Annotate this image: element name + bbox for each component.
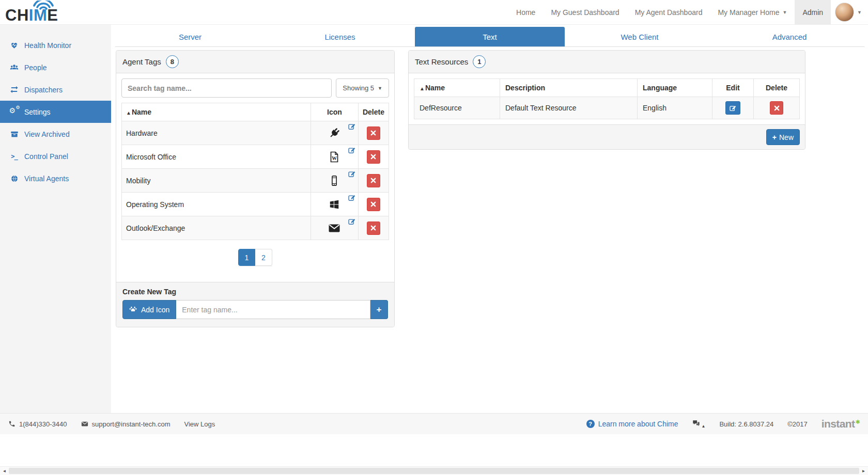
column-header-icon[interactable]: Icon <box>311 103 358 121</box>
edit-resource-button[interactable] <box>725 101 740 115</box>
tag-icon-cell: W <box>311 145 358 169</box>
column-header-delete[interactable]: Delete <box>358 103 389 121</box>
create-tag-button[interactable]: + <box>370 300 388 319</box>
delete-tag-button[interactable] <box>367 198 380 211</box>
nav-item-agent-dashboard[interactable]: My Agent Dashboard <box>627 0 710 25</box>
terminal-icon: >_ <box>9 153 20 160</box>
sort-ascending-icon: ▲ <box>126 110 131 116</box>
main-content: Server Licenses Text Web Client Advanced… <box>111 25 868 413</box>
tag-delete-cell <box>358 193 389 216</box>
resource-language: English <box>638 97 712 119</box>
footer-email[interactable]: support@instant-tech.com <box>81 420 171 428</box>
column-header-delete: Delete <box>754 79 800 97</box>
edit-tag-icon[interactable] <box>348 218 355 225</box>
mobile-icon <box>329 175 340 186</box>
agent-tags-table: ▲Name Icon Delete Hardware <box>121 103 389 240</box>
tab-licenses[interactable]: Licenses <box>265 27 415 46</box>
chevron-down-icon: ▼ <box>378 86 382 91</box>
resource-edit-cell <box>712 97 754 119</box>
tag-name: Mobility <box>122 169 311 193</box>
learn-more-link[interactable]: ? Learn more about Chime <box>586 420 678 428</box>
column-header-name[interactable]: ▲Name <box>414 79 500 97</box>
settings-tabs: Server Licenses Text Web Client Advanced <box>115 27 864 47</box>
scroll-right-arrow-icon[interactable]: ► <box>859 467 868 475</box>
edit-tag-icon[interactable] <box>348 194 355 201</box>
tab-advanced[interactable]: Advanced <box>715 27 864 46</box>
tab-server[interactable]: Server <box>115 27 265 46</box>
tag-icon-cell <box>311 121 358 145</box>
windows-icon <box>329 199 340 210</box>
table-row: Outlook/Exchange <box>122 216 389 240</box>
create-new-tag-section: Create New Tag Add Icon + <box>116 282 394 327</box>
sidebar-item-people[interactable]: People <box>0 56 111 78</box>
agent-tags-title: Agent Tags <box>122 57 161 66</box>
scrollbar-thumb[interactable] <box>9 468 859 474</box>
tag-icon-cell <box>311 169 358 193</box>
exchange-icon <box>9 85 20 94</box>
delete-tag-button[interactable] <box>367 221 380 235</box>
pagination: 1 2 <box>121 240 389 277</box>
archive-icon <box>9 130 20 138</box>
new-tag-name-input[interactable] <box>176 300 370 319</box>
nav-item-guest-dashboard[interactable]: My Guest Dashboard <box>543 0 627 25</box>
tab-text[interactable]: Text <box>415 27 565 46</box>
sidebar-item-view-archived[interactable]: View Archived <box>0 123 111 145</box>
table-row: Operating System <box>122 193 389 216</box>
tag-delete-cell <box>358 169 389 193</box>
text-resources-count-badge: 1 <box>473 55 486 68</box>
sort-ascending-icon: ▲ <box>420 86 425 91</box>
tag-delete-cell <box>358 216 389 240</box>
nav-item-manager-home[interactable]: My Manager Home ▼ <box>710 0 795 25</box>
add-icon-button[interactable]: Add Icon <box>122 300 176 319</box>
plug-icon <box>328 127 340 139</box>
delete-tag-button[interactable] <box>367 174 380 187</box>
column-header-language[interactable]: Language <box>638 79 712 97</box>
sidebar-item-settings[interactable]: ⚙⚙ Settings <box>0 101 111 123</box>
resource-delete-cell <box>754 97 800 119</box>
chime-arcs-icon <box>29 1 57 12</box>
search-tag-input[interactable] <box>121 78 332 98</box>
column-header-description[interactable]: Description <box>500 79 638 97</box>
chime-logo[interactable]: CHIME <box>5 0 58 25</box>
sidebar-item-control-panel[interactable]: >_ Control Panel <box>0 145 111 167</box>
instant-logo[interactable]: instant ✱ <box>822 418 860 430</box>
build-number: Build: 2.6.8037.24 <box>719 420 773 428</box>
tag-name: Outlook/Exchange <box>122 216 311 240</box>
resource-name: DefResource <box>414 97 500 119</box>
page-button-2[interactable]: 2 <box>255 249 272 266</box>
chevron-down-icon: ▼ <box>782 10 787 15</box>
sidebar-item-health-monitor[interactable]: Health Monitor <box>0 34 111 56</box>
delete-tag-button[interactable] <box>367 150 380 164</box>
agent-tags-panel: Agent Tags 8 Showing 5 ▼ ▲N <box>116 50 395 327</box>
showing-dropdown-button[interactable]: Showing 5 ▼ <box>336 78 389 98</box>
text-resources-table: ▲Name Description Language Edit Delete D… <box>414 78 800 119</box>
avatar <box>835 3 854 22</box>
sidebar-item-label: Settings <box>24 108 51 116</box>
page-button-1[interactable]: 1 <box>238 249 255 266</box>
nav-item-home[interactable]: Home <box>508 0 543 25</box>
sidebar-item-virtual-agents[interactable]: Virtual Agents <box>0 167 111 189</box>
text-resources-title: Text Resources <box>415 57 468 66</box>
instant-star-icon: ✱ <box>855 419 860 425</box>
delete-resource-button[interactable] <box>770 101 783 115</box>
agent-tags-count-badge: 8 <box>166 55 179 68</box>
edit-tag-icon[interactable] <box>348 170 355 178</box>
horizontal-scrollbar[interactable]: ◄ ► <box>0 466 868 475</box>
edit-tag-icon[interactable] <box>348 123 355 130</box>
nav-item-admin[interactable]: Admin <box>795 0 831 25</box>
language-selector[interactable]: ▲ <box>692 419 706 429</box>
column-header-name[interactable]: ▲Name <box>122 103 311 121</box>
user-menu[interactable]: ▼ <box>831 0 868 25</box>
delete-tag-button[interactable] <box>367 126 380 140</box>
chime-admin-app: CHIME Home My Guest Dashboard My Agent D… <box>0 0 868 475</box>
sidebar-item-label: Control Panel <box>24 152 68 161</box>
view-logs-link[interactable]: View Logs <box>184 420 215 428</box>
scroll-left-arrow-icon[interactable]: ◄ <box>0 467 9 475</box>
edit-tag-icon[interactable] <box>348 147 355 154</box>
tag-delete-cell <box>358 145 389 169</box>
sidebar-item-dispatchers[interactable]: Dispatchers <box>0 78 111 101</box>
tab-web-client[interactable]: Web Client <box>565 27 715 46</box>
new-resource-button[interactable]: + New <box>766 129 800 145</box>
chevron-down-icon: ▼ <box>857 10 862 15</box>
text-resources-panel: Text Resources 1 ▲Name Description Langu… <box>408 50 805 150</box>
